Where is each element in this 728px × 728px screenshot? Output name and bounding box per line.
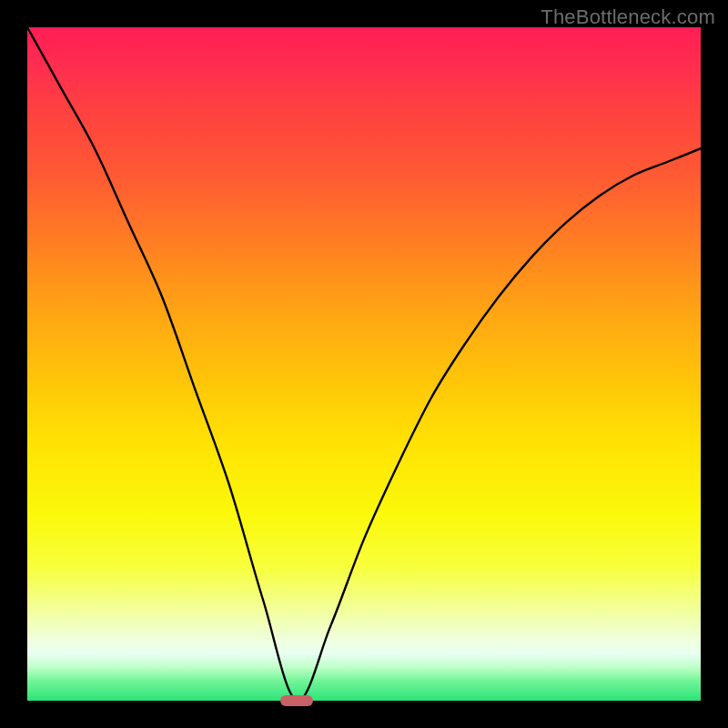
chart-plot-area: [27, 27, 701, 701]
optimal-marker: [280, 695, 313, 706]
chart-frame: TheBottleneck.com: [0, 0, 728, 728]
watermark-text: TheBottleneck.com: [541, 5, 715, 29]
